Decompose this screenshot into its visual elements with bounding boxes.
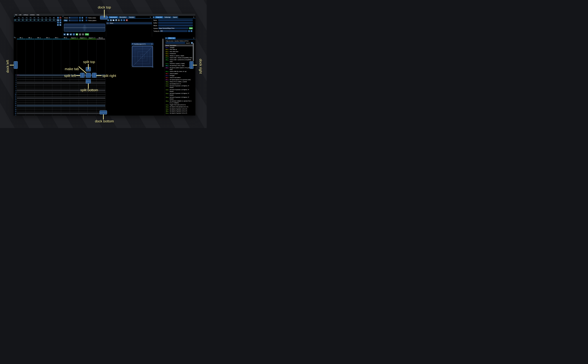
effect-row[interactable]: 06xyVolume slide + portamento (compatibi… <box>165 59 194 62</box>
tab-samples[interactable]: Samples <box>128 16 135 18</box>
split-right-button[interactable] <box>92 73 97 78</box>
effect-row[interactable]: 02xxPitch slide down <box>165 51 194 52</box>
pattern-row[interactable]: 13 <box>14 99 165 101</box>
effect-row[interactable]: 03xxPortamento <box>165 53 194 55</box>
effect-row[interactable]: 1AxxSet attack of operator 1 (0 to 1F) <box>165 108 194 110</box>
order-cell[interactable]: 00 <box>52 20 56 21</box>
tuning-minus-button[interactable]: - <box>188 30 190 32</box>
system-input[interactable] <box>158 27 188 29</box>
dock-left-button[interactable] <box>14 61 18 69</box>
pattern-row[interactable]: 10 <box>14 93 165 95</box>
order-change-mode-button[interactable]: S* <box>57 24 59 26</box>
effect-row[interactable]: 0DxxJump to next pattern <box>165 77 194 78</box>
repeat-pattern-button[interactable]: ↻ <box>82 33 84 36</box>
order-cell[interactable]: 00 <box>25 20 29 21</box>
menu-item-window[interactable]: window <box>29 14 36 16</box>
pattern-row[interactable]: 19 <box>14 110 165 112</box>
split-bottom-button[interactable] <box>86 79 91 84</box>
order-cell[interactable]: 00 <box>29 20 33 21</box>
pattern-row[interactable]: 6 <box>14 86 165 88</box>
tab-instruments[interactable]: Instruments <box>109 16 118 18</box>
tab-wavetables[interactable]: Wavetables <box>118 16 128 18</box>
play-one-row-button[interactable]: ▶ <box>70 33 72 36</box>
move-instrument-up-button[interactable]: ↑ <box>120 19 123 21</box>
close-icon[interactable]: × <box>193 37 195 39</box>
follow-orders-checkbox[interactable]: ✔ <box>86 17 87 19</box>
dock-bottom-button[interactable] <box>99 110 107 114</box>
tab-list-popup-button[interactable]: ▼ <box>165 37 167 39</box>
menu-item-settings[interactable]: settings <box>22 14 29 16</box>
poly-toggle-button[interactable]: Poly <box>85 33 89 36</box>
channel-header-fm-3[interactable]: FM 3 <box>34 37 43 39</box>
octave-plus-button[interactable]: + <box>81 17 83 19</box>
pattern-row[interactable]: 5 <box>14 84 165 86</box>
menu-item-help[interactable]: help <box>36 14 40 16</box>
expand-channels-button[interactable]: ++ <box>14 37 16 39</box>
effect-row[interactable]: 10xySetup LFO (x: enable; y: speed) <box>165 81 194 83</box>
effect-row[interactable]: 15xxSet level of operator 4 (0 highest, … <box>165 97 194 100</box>
split-left-button[interactable] <box>80 73 85 78</box>
pattern-row[interactable]: 16 <box>14 105 165 107</box>
effect-row[interactable]: 0CxxRetrigger <box>165 75 194 77</box>
move-order-up-button[interactable]: ∧ <box>59 19 61 21</box>
name-input[interactable] <box>158 19 193 21</box>
album-input[interactable] <box>158 25 193 26</box>
effect-row[interactable]: 07xyTremolo (x: speed; y: depth) <box>165 63 194 65</box>
step-minus-button[interactable]: - <box>79 20 81 21</box>
make-tab-button[interactable] <box>86 73 91 78</box>
effect-list-scrollbar[interactable] <box>193 43 194 61</box>
tab-effect-list[interactable]: Effect List <box>167 37 176 39</box>
order-cell[interactable]: 00 <box>48 20 52 21</box>
effect-row[interactable]: 14xxSet level of operator 3 (0 highest, … <box>165 93 194 96</box>
effect-row[interactable]: 09xxSet groove pattern (speed 1 if no gr… <box>165 67 194 70</box>
close-icon[interactable]: × <box>193 16 195 18</box>
duplicate-instrument-button[interactable] <box>110 19 112 21</box>
tab-list-popup-button[interactable]: ▼ <box>153 16 155 18</box>
pattern-cursor[interactable] <box>17 74 19 76</box>
pattern-scrollbar[interactable] <box>162 39 164 67</box>
duplicate-order-end-button[interactable]: ∨∨ <box>59 22 61 24</box>
collapse-icon[interactable]: ▼ <box>132 43 133 45</box>
effect-row[interactable]: 12xxSet level of operator 1 (0 highest, … <box>165 85 194 89</box>
pattern-row[interactable]: 18 <box>14 109 165 110</box>
pattern-row[interactable]: 15 <box>14 103 165 105</box>
tab-speed[interactable]: Speed <box>172 16 178 18</box>
effect-row[interactable]: 13xxSet level of operator 2 (0 highest, … <box>165 89 194 92</box>
effect-row[interactable]: 0AxyVolume slide (0y: down; x0: up) <box>165 71 194 72</box>
effect-row[interactable]: 11xxSet feedback (0 to 7) <box>165 83 194 85</box>
channel-header-noise[interactable]: Noise <box>96 37 105 39</box>
channel-header-square-3[interactable]: Square 3 <box>87 37 96 39</box>
author-input[interactable] <box>158 22 193 24</box>
effect-row[interactable]: 16xySet operator multiplier (x: operator… <box>165 100 194 104</box>
oscilloscope-titlebar[interactable]: ▼ Oscilloscope (X-Y) <box>131 43 153 45</box>
instrument-folders-button[interactable] <box>118 19 120 21</box>
effect-row[interactable]: 17xxToggle PCM mode (LEGACY) <box>165 104 194 106</box>
metronome-button[interactable] <box>79 33 81 36</box>
step-plus-button[interactable]: + <box>81 20 83 21</box>
menu-item-file[interactable]: file <box>14 14 18 16</box>
pattern-row[interactable]: 14 <box>14 101 165 103</box>
effect-row[interactable]: 0BxxJump to pattern <box>165 73 194 74</box>
step-one-row-button[interactable]: ↓ <box>73 33 75 36</box>
channel-header-fm-4[interactable]: FM 4 <box>43 37 52 39</box>
channel-header-fm-1[interactable]: FM 1 <box>17 37 26 39</box>
order-cell[interactable]: 00 <box>40 20 44 21</box>
order-cell[interactable]: 00 <box>33 20 36 21</box>
order-cell[interactable]: 00 <box>17 20 21 21</box>
delete-instrument-button[interactable]: ✖ <box>126 19 128 21</box>
open-instrument-button[interactable] <box>112 19 114 21</box>
effect-row[interactable]: 08xySet panning (x: left; y: right) <box>165 65 194 66</box>
remove-order-button[interactable]: − <box>59 17 61 19</box>
channel-header-fm-2[interactable]: FM 2 <box>26 37 34 39</box>
close-icon[interactable]: × <box>151 43 152 45</box>
effect-row[interactable]: 1BxxSet attack of operator 2 (0 to 1F) <box>165 110 194 112</box>
pattern-row[interactable]: 12 <box>14 97 165 99</box>
effect-row[interactable]: 0FxxSet speed (speed 2 if no grooves exi… <box>165 79 194 81</box>
octave-minus-button[interactable]: - <box>79 17 81 19</box>
effect-row[interactable]: 04xyVibrato (x: speed; y: depth) <box>165 55 194 57</box>
order-cell[interactable]: 00 <box>36 20 40 21</box>
tab-subsongs[interactable]: Subsongs <box>163 16 172 18</box>
tab-song-info[interactable]: Song Info <box>155 16 163 18</box>
pattern-row[interactable]: 11 <box>14 95 165 97</box>
channel-header-square-2[interactable]: Square 2 <box>79 37 87 39</box>
